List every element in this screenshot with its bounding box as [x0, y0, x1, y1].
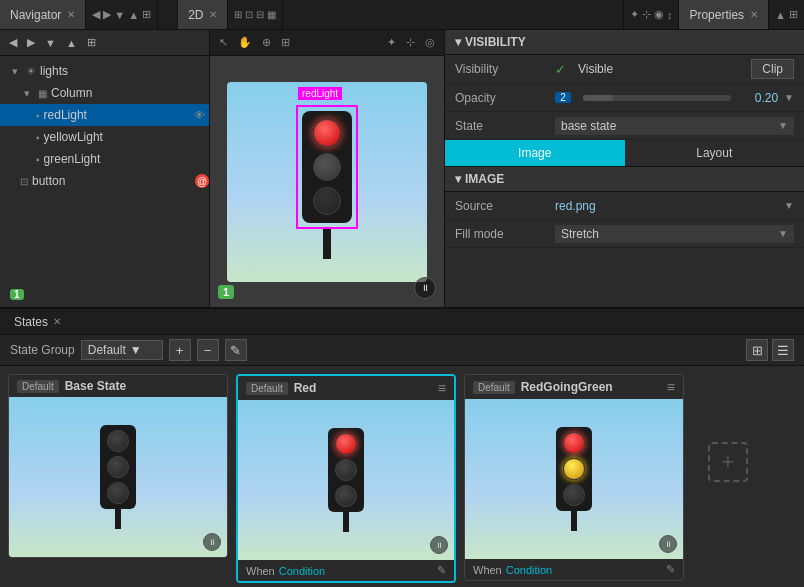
grid-view-btn[interactable]: ⊞	[746, 339, 768, 361]
rgg-pause-btn[interactable]: ⏸	[659, 535, 677, 553]
source-label: Source	[455, 199, 555, 213]
tab-properties-label: Properties	[689, 8, 744, 22]
tab-image[interactable]: Image	[445, 140, 625, 166]
base-tl-pole	[115, 509, 121, 529]
nav-toolbar: ◀ ▶ ▼ ▲ ⊞	[0, 30, 209, 56]
vp-tool-select[interactable]: ↖	[216, 35, 231, 50]
tab-layout[interactable]: Layout	[625, 140, 805, 166]
opacity-bar[interactable]	[583, 95, 731, 101]
tree-label-redlight: redLight	[44, 108, 190, 122]
state-group-dropdown[interactable]: Default ▼	[81, 340, 163, 360]
vp-tool-measure[interactable]: ⊞	[278, 35, 293, 50]
tree-item-redlight[interactable]: ▪ redLight 👁	[0, 104, 209, 126]
base-pause-btn[interactable]: ⏸	[203, 533, 221, 551]
red-edit-icon[interactable]: ✎	[437, 564, 446, 577]
red-card-header: Default Red ≡	[238, 376, 454, 400]
visibility-row: Visibility ✓ Visible Clip	[445, 55, 804, 84]
tree-item-column[interactable]: ▾ ▦ Column	[0, 82, 209, 104]
source-dropdown-arrow[interactable]: ▼	[784, 200, 794, 211]
nav-arrow-down[interactable]: ▼	[114, 9, 125, 21]
tab-2d-close[interactable]: ✕	[209, 9, 217, 20]
list-view-btn[interactable]: ☰	[772, 339, 794, 361]
tl-selected-box[interactable]: redLight	[296, 105, 358, 229]
base-default-badge: Default	[17, 380, 59, 393]
nav-arrow-back[interactable]: ◀	[92, 8, 100, 21]
viewport-tool-d[interactable]: ↕	[667, 9, 673, 21]
redlight-visibility-icon[interactable]: 👁	[194, 109, 205, 121]
red-pause-btn[interactable]: ⏸	[430, 536, 448, 554]
2d-tool-3[interactable]: ⊟	[256, 9, 264, 20]
states-tab-close[interactable]: ✕	[53, 316, 61, 327]
tab-properties[interactable]: Properties ✕	[679, 0, 769, 29]
nav-arrow-fwd[interactable]: ▶	[103, 8, 111, 21]
add-state-btn[interactable]: +	[169, 339, 191, 361]
base-tl-red	[107, 430, 129, 452]
2d-tool-2[interactable]: ⊡	[245, 9, 253, 20]
tree-item-lights[interactable]: ▾ ☀ lights	[0, 60, 209, 82]
badge-1: 1	[10, 289, 24, 300]
state-dropdown[interactable]: base state ▼	[555, 117, 794, 135]
image-tabs: Image Layout	[445, 140, 804, 167]
state-group-value: Default	[88, 343, 126, 357]
rgg-when-condition-link[interactable]: Condition	[506, 564, 552, 576]
vp-tool-zoom[interactable]: ⊕	[259, 35, 274, 50]
top-bar: Navigator ✕ ◀ ▶ ▼ ▲ ⊞ 2D ✕ ⊞ ⊡ ⊟ ▦ ✦ ⊹ ◉…	[0, 0, 804, 30]
visible-text: Visible	[578, 62, 613, 76]
viewport-tool-c[interactable]: ◉	[654, 8, 664, 21]
tab-properties-close[interactable]: ✕	[750, 9, 758, 20]
vp-tool-hand[interactable]: ✋	[235, 35, 255, 50]
base-state-preview: ⏸	[9, 397, 227, 557]
rgg-menu-btn[interactable]: ≡	[667, 379, 675, 395]
opacity-dropdown-arrow[interactable]: ▼	[784, 92, 794, 103]
remove-state-btn[interactable]: −	[197, 339, 219, 361]
state-card-base[interactable]: Default Base State ⏸	[8, 374, 228, 558]
rgg-edit-icon[interactable]: ✎	[666, 563, 675, 576]
edit-state-btn[interactable]: ✎	[225, 339, 247, 361]
vp-tool-grid[interactable]: ⊹	[403, 35, 418, 50]
nav-forward-btn[interactable]: ▶	[24, 35, 38, 50]
yellowlight-icon: ▪	[36, 132, 40, 143]
2d-tool-1[interactable]: ⊞	[234, 9, 242, 20]
viewport-tool-a[interactable]: ✦	[630, 8, 639, 21]
vp-tool-camera[interactable]: ◎	[422, 35, 438, 50]
tree-item-greenlight[interactable]: ▪ greenLight	[0, 148, 209, 170]
nav-down-btn[interactable]: ▼	[42, 36, 59, 50]
nav-arrow-up[interactable]: ▲	[128, 9, 139, 21]
tree-item-yellowlight[interactable]: ▪ yellowLight	[0, 126, 209, 148]
nav-up-btn[interactable]: ▲	[63, 36, 80, 50]
add-state-plus-btn[interactable]: +	[708, 442, 748, 482]
viewport-tool-b[interactable]: ⊹	[642, 8, 651, 21]
tree-expand-icon-column: ▾	[20, 87, 34, 100]
tab-2d[interactable]: 2D ✕	[178, 0, 228, 29]
state-card-red[interactable]: Default Red ≡ ⏸ When Condition ✎	[236, 374, 456, 583]
state-card-redgoinggreen[interactable]: Default RedGoingGreen ≡ ⏸ When Condition	[464, 374, 684, 581]
fillmode-dropdown[interactable]: Stretch ▼	[555, 225, 794, 243]
nav-footer: 1	[0, 281, 209, 307]
visibility-value: ✓ Visible Clip	[555, 59, 794, 79]
tree-item-button[interactable]: ⊡ button @	[0, 170, 209, 192]
redlight-icon: ▪	[36, 110, 40, 121]
red-tl-green	[335, 485, 357, 507]
prop-tool-1[interactable]: ▲	[775, 9, 786, 21]
prop-tool-2[interactable]: ⊞	[789, 8, 798, 21]
fillmode-dropdown-value: Stretch	[561, 227, 599, 241]
rgg-tl-red	[563, 432, 585, 454]
tab-navigator[interactable]: Navigator ✕	[0, 0, 86, 29]
nav-back-btn[interactable]: ◀	[6, 35, 20, 50]
2d-tool-4[interactable]: ▦	[267, 9, 276, 20]
viewport-canvas: redLight ⏸ 1	[210, 56, 444, 307]
nav-filter-btn[interactable]: ⊞	[84, 35, 99, 50]
vp-tool-snap[interactable]: ✦	[384, 35, 399, 50]
rgg-tl-pole	[571, 511, 577, 531]
collapse-icon[interactable]: ▾	[455, 35, 461, 49]
when-condition-link[interactable]: Condition	[279, 565, 325, 577]
tab-navigator-close[interactable]: ✕	[67, 9, 75, 20]
tree-expand-icon: ▾	[8, 65, 22, 78]
opacity-label: Opacity	[455, 91, 555, 105]
image-collapse-icon[interactable]: ▾	[455, 172, 461, 186]
nav-filter[interactable]: ⊞	[142, 8, 151, 21]
pause-button[interactable]: ⏸	[414, 277, 436, 299]
states-tab[interactable]: States ✕	[6, 309, 69, 334]
red-menu-btn[interactable]: ≡	[438, 380, 446, 396]
clip-button[interactable]: Clip	[751, 59, 794, 79]
